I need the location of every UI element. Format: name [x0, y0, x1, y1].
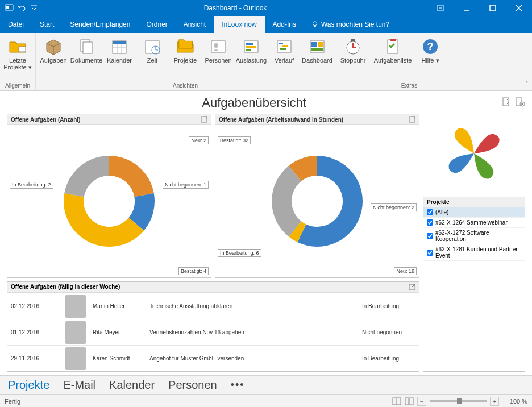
projects-icon: [176, 38, 194, 56]
callout-best: Bestätigt: 4: [178, 267, 209, 275]
tasklist-icon: [384, 38, 402, 56]
project-filter-row[interactable]: #62-X-1281 Kunden und Partner Event: [423, 244, 525, 261]
table-row[interactable]: 01.12.2016 Rita Meyer Vertriebskennzahle…: [7, 319, 419, 345]
ribbon-letzte-projekte[interactable]: Letzte Projekte ▾: [1, 35, 34, 81]
tell-me[interactable]: Was möchten Sie tun?: [304, 16, 396, 33]
ribbon-projekte[interactable]: Projekte: [169, 35, 202, 81]
callout-bearb: In Bearbeitung: 2: [10, 181, 53, 189]
qat-dropdown-icon[interactable]: [30, 3, 39, 14]
tasks-title: Offene Aufgaben (fällig in dieser Woche): [11, 284, 120, 290]
project-checkbox[interactable]: [427, 250, 433, 256]
donut-chart-stunden: [260, 144, 374, 258]
project-checkbox[interactable]: [427, 219, 433, 226]
ribbon-label: Hilfe ▾: [421, 57, 439, 64]
expand-icon[interactable]: [409, 116, 415, 123]
content: Aufgabenübersicht Offene Aufgaben (Anzah…: [0, 91, 532, 375]
zoom-slider[interactable]: [430, 400, 487, 402]
ribbon-group-label: Extras: [372, 81, 447, 90]
ribbon-zeit[interactable]: Zeit: [136, 35, 169, 81]
chart-panel-stunden: Offene Aufgaben (Arbeitsaufwand in Stund…: [215, 114, 419, 278]
ribbon-group-label: Ansichten: [37, 81, 334, 90]
box-icon: [44, 38, 63, 56]
undo-icon[interactable]: [17, 3, 26, 14]
project-checkbox[interactable]: [427, 209, 433, 215]
ribbon-auslastung[interactable]: Auslastung: [235, 35, 268, 81]
table-row[interactable]: 29.11.2016 Karen Schmidt Angebot für Mus…: [7, 345, 419, 371]
task-avatar: [59, 321, 93, 344]
task-person: Rita Meyer: [93, 329, 149, 335]
ribbon-dashboard[interactable]: Dashboard: [301, 35, 334, 81]
project-filter-row[interactable]: #62-X-1272 Software Kooperation: [423, 228, 525, 244]
menu-senden-empfangen[interactable]: Senden/Empfangen: [62, 16, 138, 33]
titlebar: Dashboard - Outlook: [0, 0, 532, 16]
minimize-button[interactable]: [454, 0, 480, 16]
folder-icon: [9, 38, 27, 56]
project-filter-row[interactable]: (Alle): [423, 207, 525, 218]
ribbon-display-icon[interactable]: [427, 0, 454, 16]
ribbon-label: Letzte Projekte ▾: [1, 57, 34, 71]
ribbon-aufgabenliste[interactable]: Aufgabenliste: [372, 35, 414, 81]
svg-rect-9: [19, 47, 26, 52]
menu-ansicht[interactable]: Ansicht: [176, 16, 214, 33]
svg-rect-23: [246, 46, 256, 48]
tasks-panel: Offene Aufgaben (fällig in dieser Woche)…: [7, 281, 419, 372]
ribbon-aufgaben[interactable]: Aufgaben: [37, 35, 70, 81]
zoom-out-button[interactable]: −: [417, 397, 426, 406]
task-person: Karen Schmidt: [93, 355, 149, 362]
docs-icon: [77, 38, 95, 56]
menu-ordner[interactable]: Ordner: [138, 16, 175, 33]
view-reading-icon[interactable]: [405, 397, 414, 406]
projects-filter-panel: Projekte (Alle)#62-X-1264 Sammelwebinar#…: [423, 197, 525, 372]
svg-rect-36: [390, 39, 396, 41]
ribbon-kalender[interactable]: Kalender: [103, 35, 136, 81]
time-icon: [143, 38, 161, 56]
chart-title: Offene Aufgaben (Arbeitsaufwand in Stund…: [219, 117, 343, 123]
project-label: #62-X-1264 Sammelwebinar: [435, 219, 508, 226]
callout-nicht2: Nicht begonnen: 2: [371, 204, 417, 211]
menubar: Datei Start Senden/Empfangen Ordner Ansi…: [0, 16, 532, 33]
close-button[interactable]: [506, 0, 532, 16]
task-person: Martin Heller: [93, 303, 149, 309]
task-date: 02.12.2016: [7, 303, 59, 309]
ribbon-verlauf[interactable]: Verlauf: [268, 35, 301, 81]
svg-rect-13: [113, 41, 126, 44]
project-label: #62-X-1272 Software Kooperation: [435, 230, 521, 242]
expand-icon[interactable]: [201, 116, 207, 123]
project-checkbox[interactable]: [427, 233, 433, 239]
export-icon[interactable]: [501, 97, 512, 107]
ribbon-collapse-icon[interactable]: ˄: [525, 81, 529, 88]
zoom-in-button[interactable]: +: [490, 397, 499, 406]
projects-header: Projekte: [423, 197, 525, 207]
ribbon-hilfe[interactable]: ?Hilfe ▾: [414, 35, 447, 81]
ribbon-dokumente[interactable]: Dokumente: [70, 35, 103, 81]
nav-email[interactable]: E-Mail: [63, 379, 95, 392]
nav-personen[interactable]: Personen: [168, 379, 217, 392]
nav-projekte[interactable]: Projekte: [8, 379, 49, 392]
donut-chart-anzahl: [52, 144, 166, 258]
settings-icon[interactable]: [515, 97, 525, 107]
maximize-button[interactable]: [480, 0, 506, 16]
page-title: Aufgabenübersicht: [7, 95, 501, 110]
ribbon-label: Verlauf: [275, 57, 294, 64]
app-icon: [5, 3, 14, 14]
menu-datei[interactable]: Datei: [0, 16, 32, 33]
nav-more-icon[interactable]: •••: [231, 379, 245, 391]
task-status: In Bearbeitung: [362, 303, 419, 309]
callout-bearb2: In Bearbeitung: 6: [218, 249, 261, 257]
menu-inloox-now[interactable]: InLoox now: [214, 16, 264, 33]
menu-add-ins[interactable]: Add-Ins: [265, 16, 304, 33]
ribbon-stoppuhr[interactable]: Stoppuhr: [336, 35, 369, 81]
nav-kalender[interactable]: Kalender: [109, 379, 155, 392]
table-row[interactable]: 02.12.2016 Martin Heller Technische Auss…: [7, 293, 419, 319]
status-text: Fertig: [5, 398, 392, 405]
chart-title: Offene Aufgaben (Anzahl): [11, 117, 80, 123]
ribbon-label: Dashboard: [302, 57, 332, 64]
expand-icon[interactable]: [409, 284, 415, 290]
ribbon-personen[interactable]: Personen: [202, 35, 235, 81]
menu-start[interactable]: Start: [32, 16, 62, 33]
people-icon: [209, 38, 227, 56]
view-normal-icon[interactable]: [392, 397, 401, 406]
task-status: Nicht begonnen: [362, 329, 419, 335]
help-icon: ?: [421, 38, 439, 56]
project-filter-row[interactable]: #62-X-1264 Sammelwebinar: [423, 218, 525, 228]
